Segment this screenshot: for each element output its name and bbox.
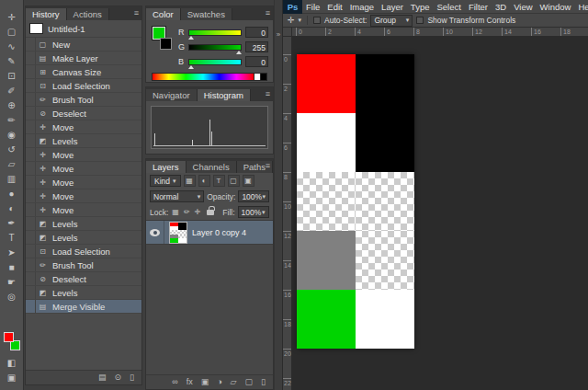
history-brush-source-well[interactable]: [26, 203, 36, 216]
history-state[interactable]: ✛ Move: [26, 176, 141, 189]
lock-transparency-icon[interactable]: ▦: [171, 208, 180, 216]
history-state[interactable]: ⊘ Deselect: [26, 107, 141, 120]
filter-type-layers-icon[interactable]: T: [213, 175, 225, 187]
history-brush-source-well[interactable]: [26, 162, 36, 175]
history-brush-source-well[interactable]: [26, 245, 36, 258]
eye-icon[interactable]: [150, 229, 160, 236]
filter-smart-objects-icon[interactable]: ▣: [243, 175, 254, 187]
rectangular-marquee-tool[interactable]: ▢: [3, 24, 21, 39]
panel-tab[interactable]: History: [26, 8, 67, 20]
type-tool[interactable]: T: [3, 230, 21, 245]
new-layer-icon[interactable]: ▢: [245, 378, 254, 386]
menu-item[interactable]: File: [302, 2, 323, 12]
healing-brush-tool[interactable]: ⊕: [3, 98, 21, 112]
tool-preset-chevron-icon[interactable]: ▾: [299, 17, 302, 24]
history-brush-source-well[interactable]: [26, 120, 36, 133]
slider-thumb-icon[interactable]: [188, 65, 194, 69]
history-state[interactable]: ⊞ Canvas Size: [26, 65, 141, 79]
panel-tab[interactable]: Actions: [67, 8, 109, 20]
channel-value-field[interactable]: 255: [245, 41, 268, 52]
history-state[interactable]: ◩ Levels: [26, 134, 141, 148]
document-canvas[interactable]: [297, 54, 414, 349]
history-brush-source-well[interactable]: [26, 286, 36, 299]
foreground-color-swatch[interactable]: [4, 332, 14, 342]
panel-tab[interactable]: Channels: [187, 161, 237, 173]
lock-all-icon[interactable]: [207, 210, 214, 215]
history-state[interactable]: ◩ Levels: [26, 231, 141, 245]
new-document-from-state-icon[interactable]: ▤: [98, 373, 107, 382]
history-state[interactable]: ◩ Levels: [26, 217, 141, 231]
lock-pixels-icon[interactable]: ✏: [183, 208, 191, 216]
history-brush-source-well[interactable]: [26, 148, 36, 161]
history-snapshot-row[interactable]: Untitled-1: [26, 20, 141, 38]
channel-value-field[interactable]: 0: [245, 27, 268, 38]
layer-visibility-well[interactable]: [146, 221, 164, 244]
eraser-tool[interactable]: ▱: [3, 156, 21, 171]
auto-select-target-dropdown[interactable]: Group ▾: [370, 15, 413, 27]
filter-kind-dropdown[interactable]: Kind ▾: [150, 175, 181, 187]
delete-layer-icon[interactable]: ▯: [261, 378, 266, 386]
pen-tool[interactable]: ✒: [3, 215, 21, 230]
history-state[interactable]: ▢ New: [26, 38, 141, 52]
history-brush-source-well[interactable]: [26, 79, 36, 92]
history-state[interactable]: ▤ Make Layer: [26, 52, 141, 65]
layer-effects-icon[interactable]: fx: [187, 378, 193, 386]
panel-tab[interactable]: Histogram: [198, 89, 251, 101]
history-brush-source-well[interactable]: [26, 107, 36, 120]
menu-item[interactable]: Layer: [378, 2, 407, 12]
channel-slider[interactable]: [188, 59, 242, 65]
hand-tool[interactable]: ☛: [3, 274, 21, 289]
menu-item[interactable]: View: [510, 2, 536, 12]
quick-selection-tool[interactable]: ✎: [3, 53, 21, 68]
history-state[interactable]: ✛ Move: [26, 203, 141, 217]
history-brush-source-well[interactable]: [26, 300, 36, 313]
fill-field[interactable]: 100% ▾: [238, 206, 269, 218]
menu-item[interactable]: Help: [574, 2, 588, 12]
panel-tab[interactable]: Swatches: [181, 8, 232, 20]
move-tool[interactable]: ✛: [3, 9, 21, 24]
spectrum-white-swatch[interactable]: [254, 74, 260, 80]
history-brush-source-well[interactable]: [26, 272, 36, 285]
clone-stamp-tool[interactable]: ◉: [3, 127, 21, 142]
eyedropper-tool[interactable]: ✐: [3, 83, 21, 98]
collapse-dock-icon[interactable]: »: [275, 31, 282, 39]
gradient-tool[interactable]: ▥: [3, 171, 21, 186]
spectrum-black-swatch[interactable]: [260, 74, 266, 80]
background-color-swatch[interactable]: [160, 38, 172, 50]
filter-pixel-layers-icon[interactable]: ▦: [184, 175, 196, 187]
panel-tab[interactable]: Navigator: [146, 89, 198, 101]
slider-thumb-icon[interactable]: [188, 36, 194, 40]
panel-tab[interactable]: Color: [146, 8, 181, 20]
history-brush-source-well[interactable]: [26, 176, 36, 189]
dodge-tool[interactable]: ◐: [3, 201, 21, 215]
history-state[interactable]: ✛ Move: [26, 120, 141, 134]
history-state[interactable]: ✛ Move: [26, 189, 141, 203]
panel-menu-icon[interactable]: ≡: [134, 8, 139, 17]
history-brush-source-well[interactable]: [26, 258, 36, 271]
layer-thumbnail[interactable]: [170, 223, 187, 243]
opacity-field[interactable]: 100% ▾: [238, 190, 269, 202]
menu-item[interactable]: 3D: [492, 2, 510, 12]
menu-item[interactable]: Select: [433, 2, 464, 12]
filter-shape-layers-icon[interactable]: ▢: [228, 175, 240, 187]
layer-name[interactable]: Layer 0 copy 4: [192, 228, 246, 237]
zoom-tool[interactable]: ◎: [3, 289, 21, 304]
new-snapshot-icon[interactable]: ⊙: [115, 373, 122, 382]
channel-slider[interactable]: [188, 29, 242, 36]
panel-tab[interactable]: Layers: [146, 161, 187, 173]
lock-position-icon[interactable]: ✛: [194, 208, 202, 216]
add-layer-mask-icon[interactable]: ▣: [201, 378, 209, 386]
delete-state-icon[interactable]: ▯: [130, 373, 134, 382]
foreground-background-swatches[interactable]: [3, 332, 21, 350]
history-state[interactable]: ◩ Levels: [26, 286, 141, 300]
history-state[interactable]: ⊡ Load Selection: [26, 79, 141, 93]
menu-item[interactable]: Edit: [323, 2, 345, 12]
history-state[interactable]: ✏ Brush Tool: [26, 258, 141, 272]
history-brush-tool[interactable]: ↺: [3, 142, 21, 156]
lasso-tool[interactable]: ∿: [3, 39, 21, 53]
history-brush-source-well[interactable]: [26, 38, 36, 51]
history-brush-source-well[interactable]: [26, 93, 36, 106]
history-state[interactable]: ✏ Brush Tool: [26, 93, 141, 107]
menu-item[interactable]: Type: [407, 2, 434, 12]
brush-tool[interactable]: ✏: [3, 112, 21, 127]
